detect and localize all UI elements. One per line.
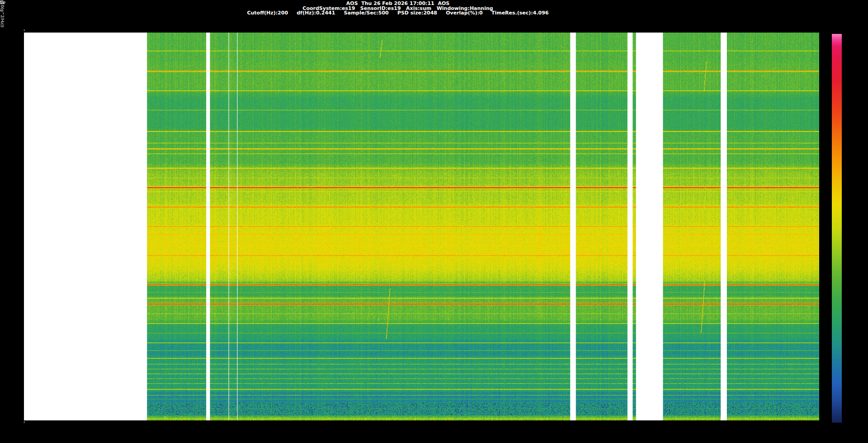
spectrogram-app: AOS Thu 26 Feb 2026 17:00:11 AOS CoordSy…: [0, 0, 868, 443]
spectrogram-canvas[interactable]: [24, 33, 819, 420]
colorbar-title: Amplitude(Log10(g^2/Hz)): [0, 0, 5, 28]
colorbar-gradient: [832, 34, 842, 423]
